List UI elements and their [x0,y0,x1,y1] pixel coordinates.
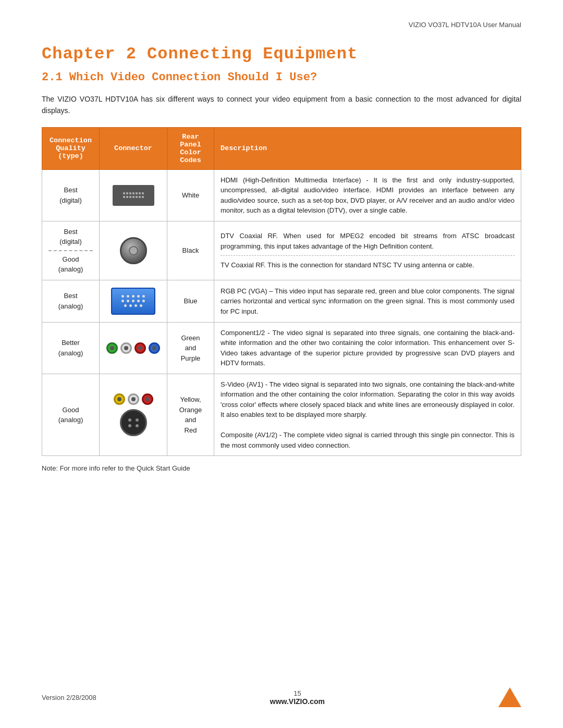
rca-white2-icon [128,393,139,405]
color-white: White [167,169,214,221]
header-description: Description [214,127,521,169]
connection-table: Connection Quality (type) Connector Rear… [42,127,521,456]
table-header-row: Connection Quality (type) Connector Rear… [42,127,521,169]
page-header: VIZIO VO37L HDTV10A User Manual [42,21,521,29]
color-yellow-orange-red: Yellow, Orange and Red [167,374,214,456]
footer-logo-area [498,687,521,707]
quality-best-analog: Best (analog) [42,280,100,322]
rca-red-icon [134,342,146,354]
connector-vga [100,280,167,322]
connector-coax [100,221,167,280]
connector-hdmi [100,169,167,221]
page-footer: Version 2/28/2008 15 www.VIZIO.com [42,687,521,707]
table-row: Best (digital) Good (analog) Black DTV C… [42,221,521,280]
color-black: Black [167,221,214,280]
quality-best-digital-hdmi: Best (digital) [42,169,100,221]
color-blue: Blue [167,280,214,322]
description-component: Component1/2 - The video signal is separ… [214,322,521,374]
vga-connector-icon [111,288,155,315]
svideo-rca-icon [114,393,153,405]
component-connectors-icon [106,342,160,354]
header-quality: Connection Quality (type) [42,127,100,169]
rca-green-icon [106,342,118,354]
table-row: Better (analog) [42,322,521,374]
vizio-triangle-logo [498,687,521,707]
header-color: Rear Panel Color Codes [167,127,214,169]
description-hdmi: HDMI (High-Definition Multimedia Interfa… [214,169,521,221]
website-text: www.VIZIO.com [270,697,325,706]
svideo-connector-icon [120,409,147,436]
page-number: 15 [270,689,325,697]
section-title: 2.1 Which Video Connection Should I Use? [42,71,521,84]
description-coax: DTV Coaxial RF. When used for MPEG2 enco… [214,221,521,280]
table-row: Best (analog) [42,280,521,322]
rca-yellow-icon [114,393,125,405]
coax-connector-icon [120,237,147,264]
table-row: Best (digital) [42,169,521,221]
version-text: Version 2/28/2008 [42,694,96,701]
quality-good-analog: Good (analog) [42,374,100,456]
table-row: Good (analog) [42,374,521,456]
color-green-purple: Green and Purple [167,322,214,374]
hdmi-connector-icon [113,185,154,206]
rca-red2-icon [142,393,153,405]
note-text: Note: For more info refer to the Quick S… [42,464,521,472]
chapter-title: Chapter 2 Connecting Equipment [42,44,521,64]
manual-title: VIZIO VO37L HDTV10A User Manual [409,21,521,29]
rca-blue-icon [149,342,160,354]
connector-component [100,322,167,374]
header-connector: Connector [100,127,167,169]
description-vga: RGB PC (VGA) – This video input has sepa… [214,280,521,322]
connector-svideo-composite [100,374,167,456]
quality-better-analog: Better (analog) [42,322,100,374]
vizio-logo-area [498,687,521,707]
quality-best-good: Best (digital) Good (analog) [42,221,100,280]
rca-white-icon [120,342,132,354]
description-svideo-composite: S-Video (AV1) - The video signal is sepa… [214,374,521,456]
intro-text: The VIZIO VO37L HDTV10A has six differen… [42,93,521,117]
